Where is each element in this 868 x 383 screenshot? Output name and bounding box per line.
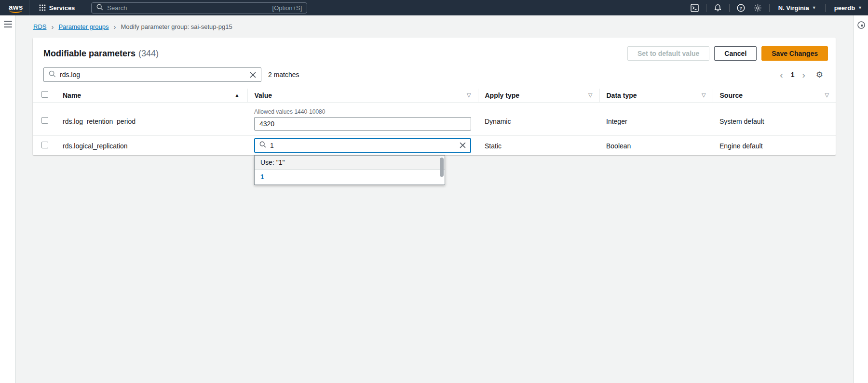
parameter-value-input[interactable] <box>254 117 471 131</box>
previous-page-button[interactable]: ‹ <box>780 70 783 79</box>
column-filter-icon[interactable]: ▽ <box>825 92 829 98</box>
settings-button[interactable] <box>749 0 766 15</box>
suggested-value-option[interactable]: 1 <box>255 170 445 185</box>
top-navigation-bar: aws Services [Option+S] <box>0 0 868 15</box>
breadcrumb-link-parameter-groups[interactable]: Parameter groups <box>58 23 108 30</box>
search-icon <box>49 70 56 79</box>
services-grid-icon <box>39 4 46 11</box>
column-filter-icon[interactable]: ▽ <box>467 92 471 98</box>
cloudshell-button[interactable] <box>686 0 703 15</box>
chevron-down-icon: ▼ <box>812 5 816 10</box>
services-menu-button[interactable]: Services <box>35 0 79 15</box>
scrollbar-thumb[interactable] <box>440 158 444 177</box>
table-header-row: Name ▲ Value ▽ Apply typ <box>33 89 836 102</box>
account-menu[interactable]: peerdb ▼ <box>828 0 868 15</box>
notifications-button[interactable] <box>709 0 726 15</box>
breadcrumb-chevron-icon: › <box>51 23 54 31</box>
help-button[interactable]: ? <box>732 0 749 15</box>
cloudshell-terminal-icon <box>691 4 699 12</box>
modifiable-parameters-card: Modifiable parameters (344) Set to defau… <box>33 38 836 155</box>
parameter-name: rds.log_retention_period <box>56 102 247 135</box>
column-header-name[interactable]: Name <box>63 92 81 99</box>
column-filter-icon[interactable]: ▽ <box>588 92 592 98</box>
apply-type-value: Dynamic <box>478 102 599 135</box>
text-cursor <box>278 142 278 149</box>
search-shortcut-hint: [Option+S] <box>272 4 302 12</box>
value-suggestions-dropdown: Use: "1" 1 <box>254 155 445 185</box>
breadcrumb-chevron-icon: › <box>114 23 116 31</box>
parameter-filter-box[interactable] <box>43 67 261 82</box>
page-title: Modifiable parameters <box>43 49 136 59</box>
column-header-data-type[interactable]: Data type <box>607 92 637 99</box>
parameter-count: (344) <box>138 49 159 59</box>
breadcrumb-link-rds[interactable]: RDS <box>33 23 46 30</box>
parameter-name: rds.logical_replication <box>56 135 247 155</box>
nav-divider <box>769 4 770 12</box>
account-label: peerdb <box>834 4 855 12</box>
right-sidebar-rail <box>854 15 868 383</box>
region-selector[interactable]: N. Virginia ▼ <box>773 0 822 15</box>
match-count: 2 matches <box>268 71 299 79</box>
chevron-down-icon: ▼ <box>858 5 862 10</box>
sidebar-toggle-button[interactable] <box>4 21 15 27</box>
row-checkbox[interactable] <box>41 117 48 124</box>
set-to-default-button[interactable]: Set to default value <box>627 46 709 61</box>
select-all-checkbox[interactable] <box>41 91 48 98</box>
next-page-button[interactable]: › <box>802 70 805 79</box>
search-icon <box>259 141 266 149</box>
sort-ascending-icon[interactable]: ▲ <box>235 92 241 98</box>
clear-value-icon[interactable] <box>460 142 466 148</box>
apply-type-value: Static <box>478 135 599 155</box>
global-search-box[interactable]: [Option+S] <box>91 2 307 13</box>
main-content: RDS › Parameter groups › Modify paramete… <box>16 15 854 383</box>
nav-divider <box>825 4 826 12</box>
dropdown-scrollbar[interactable] <box>440 157 444 184</box>
save-changes-button[interactable]: Save Changes <box>761 46 828 61</box>
column-header-source[interactable]: Source <box>720 92 743 99</box>
column-filter-icon[interactable]: ▽ <box>702 92 705 98</box>
row-checkbox[interactable] <box>41 142 48 148</box>
allowed-values-hint: Allowed values 1440-10080 <box>254 108 471 115</box>
source-value: System default <box>713 102 836 135</box>
question-circle-icon: ? <box>737 4 745 12</box>
parameter-value-combobox[interactable]: 1 <box>254 138 471 153</box>
breadcrumb-current-page: Modify parameter group: sai-setup-pg15 <box>121 23 232 30</box>
global-search-input[interactable] <box>107 4 268 12</box>
data-type-value: Integer <box>599 102 713 135</box>
nav-divider <box>729 4 730 12</box>
table-row: rds.log_retention_period Allowed values … <box>33 102 836 135</box>
services-label: Services <box>49 4 75 12</box>
side-panel-toggle-icon[interactable] <box>857 23 866 31</box>
breadcrumb: RDS › Parameter groups › Modify paramete… <box>16 15 854 38</box>
pagination: ‹ 1 › ⚙ <box>780 70 823 80</box>
nav-divider <box>706 4 706 12</box>
combobox-typed-value: 1 <box>270 142 274 149</box>
cancel-button[interactable]: Cancel <box>714 46 757 61</box>
bell-icon <box>714 4 722 12</box>
parameters-table: Name ▲ Value ▽ Apply typ <box>33 89 836 155</box>
table-row: rds.logical_replication 1 <box>33 135 836 155</box>
aws-logo[interactable]: aws <box>9 3 23 13</box>
preferences-gear-icon[interactable]: ⚙ <box>816 70 823 80</box>
search-icon <box>96 4 103 12</box>
left-sidebar-rail <box>0 15 16 383</box>
column-header-value[interactable]: Value <box>255 92 272 99</box>
gear-icon <box>754 4 762 12</box>
use-typed-value-option[interactable]: Use: "1" <box>255 156 445 170</box>
parameter-filter-input[interactable] <box>60 71 246 79</box>
current-page-number: 1 <box>791 71 795 79</box>
source-value: Engine default <box>713 135 836 155</box>
aws-logo-smile <box>9 10 22 13</box>
svg-text:?: ? <box>739 5 742 11</box>
nav-divider <box>29 0 29 15</box>
data-type-value: Boolean <box>599 135 713 155</box>
region-label: N. Virginia <box>778 4 809 12</box>
column-header-apply-type[interactable]: Apply type <box>485 92 520 99</box>
clear-filter-icon[interactable] <box>250 72 256 78</box>
